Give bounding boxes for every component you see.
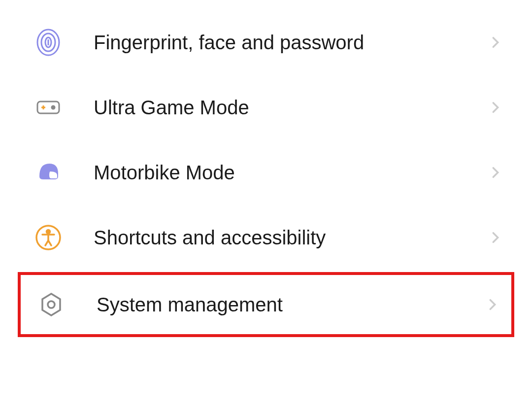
svg-point-15	[48, 301, 55, 308]
svg-line-13	[48, 240, 51, 245]
chevron-right-icon	[486, 298, 499, 311]
settings-item-label: Fingerprint, face and password	[94, 32, 489, 54]
svg-rect-4	[37, 102, 59, 113]
svg-point-7	[52, 106, 55, 109]
settings-item-fingerprint[interactable]: Fingerprint, face and password	[0, 10, 532, 75]
fingerprint-icon	[34, 29, 62, 56]
chevron-right-icon	[489, 101, 502, 114]
settings-item-accessibility[interactable]: Shortcuts and accessibility	[0, 205, 532, 270]
gamepad-icon	[34, 94, 62, 121]
svg-point-9	[47, 230, 50, 234]
accessibility-icon	[34, 224, 62, 251]
settings-item-label: System management	[97, 294, 486, 316]
settings-item-label: Ultra Game Mode	[94, 97, 489, 119]
settings-item-game-mode[interactable]: Ultra Game Mode	[0, 75, 532, 140]
chevron-right-icon	[489, 231, 502, 244]
chevron-right-icon	[489, 35, 502, 49]
settings-item-motorbike[interactable]: Motorbike Mode	[0, 140, 532, 205]
settings-item-label: Motorbike Mode	[94, 162, 489, 184]
settings-item-system-management[interactable]: System management	[18, 272, 514, 337]
system-icon	[37, 291, 65, 318]
settings-item-label: Shortcuts and accessibility	[94, 227, 489, 249]
helmet-icon	[34, 159, 62, 186]
settings-list: Fingerprint, face and password Ultra Gam…	[0, 0, 532, 339]
svg-marker-14	[42, 294, 60, 315]
chevron-right-icon	[489, 166, 502, 179]
